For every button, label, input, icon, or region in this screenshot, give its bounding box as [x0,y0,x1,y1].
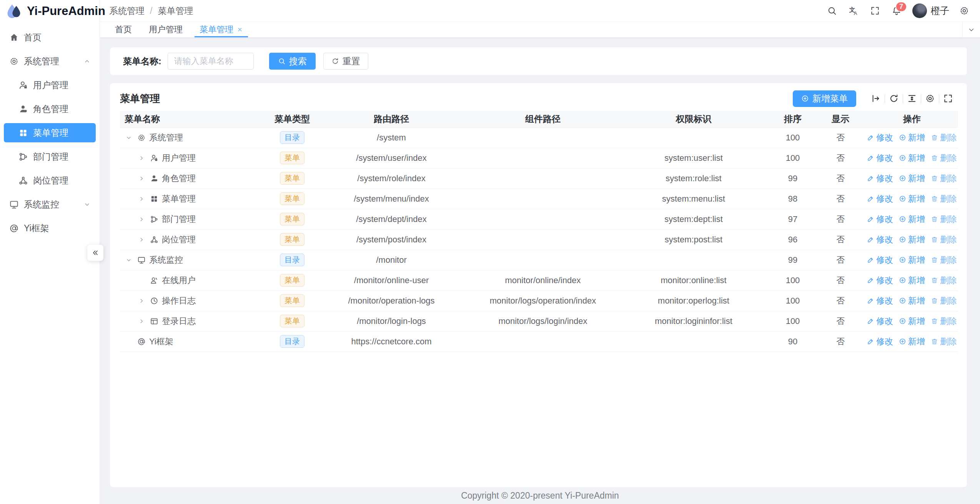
delete-button[interactable]: 删除 [931,254,957,266]
settings-button[interactable] [955,1,974,20]
cell-menu-type: 菜单 [271,148,314,168]
menu-type-tag: 菜单 [280,172,304,185]
cell-menu-type: 菜单 [271,189,314,209]
row-expand-toggle[interactable] [124,257,134,263]
sidebar-item-monitor[interactable]: 系统监控 [4,195,96,214]
sidebar-item-home[interactable]: 首页 [4,28,96,47]
plus-circle-icon [801,95,809,102]
translate-button[interactable]: 文A [844,1,863,20]
edit-button[interactable]: 修改 [867,295,893,307]
edit-button[interactable]: 修改 [867,275,893,286]
notifications-button[interactable]: 7 [887,1,906,20]
add-child-button[interactable]: 新增 [899,193,925,205]
chevron-down-icon [126,135,132,141]
plus-circle-icon [899,154,906,162]
sidebar-item-menu[interactable]: 菜单管理 [4,123,96,142]
trash-icon [931,297,938,304]
add-child-button[interactable]: 新增 [899,152,925,164]
delete-button[interactable]: 删除 [931,132,957,144]
delete-button[interactable]: 删除 [931,193,957,205]
sidebar-item-dept[interactable]: 部门管理 [4,147,96,166]
header-actions: 文A 7 橙子 [822,1,974,20]
row-expand-toggle[interactable] [136,216,146,222]
cell-route-path: /monitor/login-logs [314,311,469,331]
breadcrumb-item-system[interactable]: 系统管理 [109,5,145,17]
cell-route-path: /system/role/index [314,168,469,189]
delete-button[interactable]: 删除 [931,295,957,307]
cell-component-path [469,209,617,229]
reset-button[interactable]: 重置 [323,53,368,70]
edit-button[interactable]: 修改 [867,173,893,184]
expand-all-button[interactable] [867,91,885,106]
fullscreen-icon [870,6,880,16]
pencil-icon [867,277,874,284]
delete-button[interactable]: 删除 [931,275,957,286]
cell-operations: 修改新增删除 [866,209,958,229]
edit-button[interactable]: 修改 [867,193,893,205]
close-icon[interactable] [237,27,243,33]
tab-user[interactable]: 用户管理 [142,22,189,37]
edit-button[interactable]: 修改 [867,315,893,327]
edit-button[interactable]: 修改 [867,152,893,164]
row-expand-toggle[interactable] [124,135,134,141]
at-icon [9,224,19,233]
row-expand-toggle[interactable] [136,196,146,202]
add-child-button[interactable]: 新增 [899,336,925,347]
edit-button[interactable]: 修改 [867,254,893,266]
row-expand-toggle[interactable] [136,155,146,161]
row-expand-toggle[interactable] [136,318,146,324]
add-child-button[interactable]: 新增 [899,254,925,266]
add-child-button[interactable]: 新增 [899,275,925,286]
user-name[interactable]: 橙子 [931,5,949,17]
delete-button[interactable]: 删除 [931,315,957,327]
row-expand-toggle[interactable] [136,298,146,304]
menu-name-input[interactable] [168,53,254,70]
trash-icon [931,175,938,182]
delete-button[interactable]: 删除 [931,234,957,245]
sidebar-item-post[interactable]: 岗位管理 [4,171,96,190]
avatar[interactable] [912,3,927,18]
sidebar-item-yi-framework[interactable]: Yi框架 [4,219,96,238]
plus-circle-icon [899,175,906,182]
sidebar-item-system[interactable]: 系统管理 [4,52,96,71]
col-header-ops: 操作 [866,111,958,127]
column-settings-button[interactable] [921,91,939,106]
search-submit-button[interactable]: 搜索 [269,53,316,70]
search-button[interactable] [822,1,842,20]
fullscreen-button[interactable] [865,1,885,20]
tab-menu[interactable]: 菜单管理 [193,22,250,37]
add-child-button[interactable]: 新增 [899,132,925,144]
row-expand-toggle[interactable] [136,175,146,182]
sidebar-item-user[interactable]: 用户管理 [4,75,96,95]
edit-button[interactable]: 修改 [867,214,893,225]
add-child-button[interactable]: 新增 [899,315,925,327]
add-child-button[interactable]: 新增 [899,295,925,307]
cell-visible: 否 [815,229,866,250]
chevron-down-icon [126,257,132,263]
add-child-button[interactable]: 新增 [899,173,925,184]
refresh-table-button[interactable] [885,91,903,106]
edit-button[interactable]: 修改 [867,234,893,245]
app-logo[interactable]: Yi-PureAdmin [0,0,100,22]
row-expand-toggle[interactable] [136,237,146,243]
tab-more-button[interactable] [962,22,980,37]
edit-button[interactable]: 修改 [867,336,893,347]
add-menu-button[interactable]: 新增菜单 [793,90,856,107]
search-button-label: 搜索 [289,55,307,67]
delete-button[interactable]: 删除 [931,214,957,225]
delete-button[interactable]: 删除 [931,152,957,164]
cell-sort: 100 [770,270,815,290]
tab-home[interactable]: 首页 [108,22,138,37]
sidebar-collapse-button[interactable] [87,245,103,261]
cell-menu-name: 系统监控 [120,250,271,270]
delete-button[interactable]: 删除 [931,336,957,347]
add-child-button[interactable]: 新增 [899,214,925,225]
edit-button[interactable]: 修改 [867,132,893,144]
add-child-button[interactable]: 新增 [899,234,925,245]
edit-label: 修改 [876,234,893,245]
table-fullscreen-button[interactable] [939,91,957,106]
delete-button[interactable]: 删除 [931,173,957,184]
cell-menu-type: 菜单 [271,290,314,311]
density-button[interactable] [903,91,921,106]
sidebar-item-role[interactable]: 角色管理 [4,99,96,118]
